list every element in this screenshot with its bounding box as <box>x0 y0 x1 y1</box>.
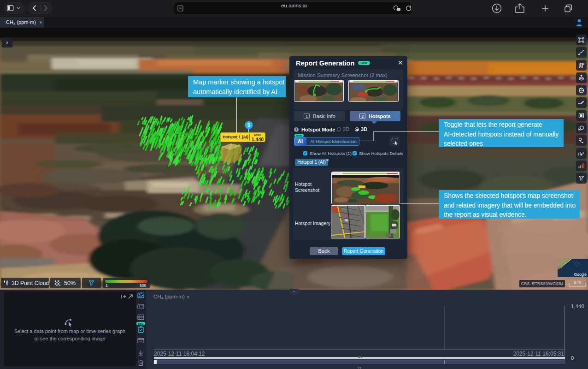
svg-text:5 m: 5 m <box>574 280 581 285</box>
svg-text:↔: ↔ <box>357 363 363 369</box>
svg-text:Google: Google <box>574 272 587 277</box>
svg-text:2025-12-11 16:04:12: 2025-12-11 16:04:12 <box>154 351 205 357</box>
svg-text:0: 0 <box>571 355 574 361</box>
svg-text:2025-12-11 16:05:31: 2025-12-11 16:05:31 <box>513 351 564 357</box>
svg-text:1,440: 1,440 <box>571 304 584 309</box>
svg-text:S: S <box>247 123 251 128</box>
